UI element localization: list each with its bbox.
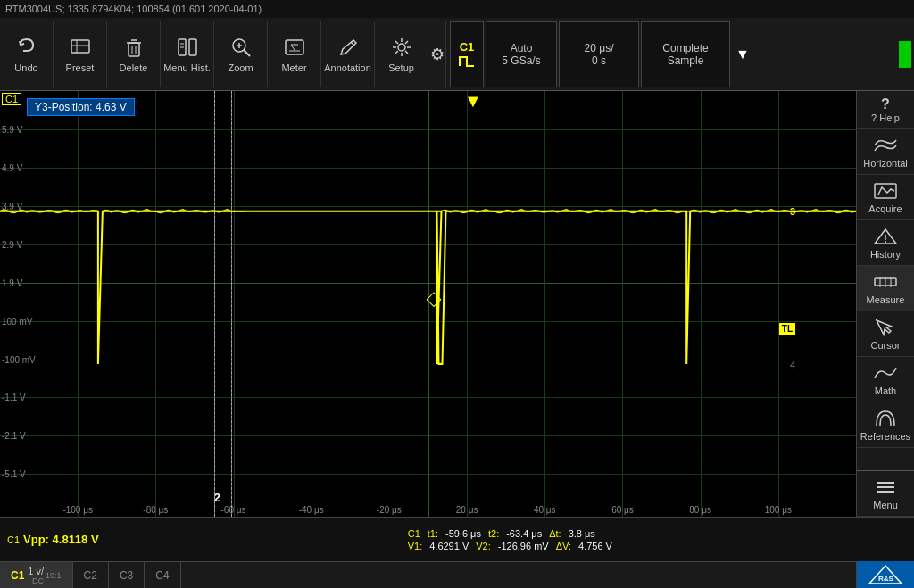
acquire-button[interactable]: Acquire [857,175,914,220]
zoom-label: Zoom [228,62,253,73]
help-button[interactable]: ? ? Help [857,91,914,129]
cursor-label: Cursor [870,340,900,351]
preset-button[interactable]: Preset [54,21,107,87]
menu-icon [873,476,898,498]
annotation-button[interactable]: Annotation [321,21,375,87]
ch1-scale-label: 1 v/ [28,566,44,576]
trigger-slope-icon [458,54,476,68]
main-content: Y3-Position: 4.63 V ▼ C1 5.9 V 4.9 V 3.9… [0,91,914,517]
v1-value: 4.6291 V [429,541,469,551]
zoom-icon [228,35,253,60]
v2-label: V2: [476,541,491,551]
extra-menu-button[interactable]: ⚙ [428,21,446,87]
svg-line-18 [351,42,354,46]
setup-button[interactable]: Setup [375,21,428,87]
cursor-time-row: C1 t1: -59.6 μs t2: -63.4 μs Δt: 3.8 μs … [408,528,612,551]
references-label: References [860,431,910,442]
help-icon: ? [881,96,890,112]
annotation-icon [336,35,361,60]
time-div-box[interactable]: 20 μs/ 0 s [559,21,639,87]
position-label: Y3-Position: 4.63 V [27,98,135,116]
references-icon [873,408,898,429]
trigger-mode: Auto [511,42,533,54]
history-button[interactable]: History [857,220,914,266]
green-status-indicator [899,41,911,68]
setup-label: Setup [388,62,414,73]
help-label: ? Help [871,112,900,123]
dropdown-arrow[interactable]: ▼ [735,21,750,87]
math-button[interactable]: Math [857,357,914,402]
cursor-t1: C1 t1: -59.6 μs t2: -63.4 μs Δt: 3.8 μs [408,528,612,539]
meter-icon [282,35,307,60]
v1-label: V1: [408,541,423,551]
ch1-ratio-label: 10:1 [46,571,62,580]
svg-text:R&S: R&S [878,575,894,583]
acq-mode: Complete [662,42,708,54]
v2-value: -126.96 mV [498,541,549,551]
delete-label: Delete [120,62,148,73]
channel-label-box[interactable]: C1 [450,21,484,87]
svg-rect-0 [71,40,89,53]
ch1-selector-label: C1 [11,569,24,582]
zoom-button[interactable]: Zoom [214,21,268,87]
horizontal-icon [871,135,900,156]
menuhist-button[interactable]: Menu Hist. [161,21,214,87]
ch2-selector[interactable]: C2 [73,562,109,588]
sample-rate: 5 GSa/s [502,54,540,67]
ch1-scale-display: 1 v/ DC [28,566,44,585]
cursor-info: C1 t1: -59.6 μs t2: -63.4 μs Δt: 3.8 μs … [113,528,907,551]
acq-mode-box[interactable]: Complete Sample [641,21,730,87]
measure-label: Measure [867,294,905,305]
cursor-button[interactable]: Cursor [857,311,914,357]
measure-button[interactable]: Measure [857,266,914,311]
title-text: RTM3004US; 1335.8794K04; 100854 (01.601 … [5,4,262,14]
svg-rect-9 [189,39,196,55]
channel-status-area: C1 Auto 5 GSa/s 20 μs/ 0 s Complete Samp… [450,21,896,87]
dt-label: Δt: [549,528,561,539]
svg-line-13 [244,50,250,56]
menuhist-icon [175,35,200,60]
ch3-selector-label: C3 [120,569,133,582]
right-sidebar: ? ? Help Horizontal Acquire History [856,91,914,517]
setup-icon [389,35,414,60]
undo-button[interactable]: Undo [0,21,54,87]
ch1-vpp: Vpp: 4.8118 V [23,533,99,546]
cursor-v: V1: 4.6291 V V2: -126.96 mV ΔV: 4.756 V [408,541,612,551]
delete-button[interactable]: Delete [107,21,161,87]
undo-icon [14,35,39,60]
math-label: Math [875,385,896,396]
preset-icon [68,35,93,60]
history-label: History [870,249,901,260]
menu-button[interactable]: Menu [857,470,914,517]
waveform-svg [0,91,856,517]
ch1-dc-label: DC [32,576,44,585]
trigger-mode-box[interactable]: Auto 5 GSa/s [486,21,557,87]
time-div: 20 μs/ [585,42,614,54]
math-icon [873,362,898,384]
cursor-icon [873,317,898,338]
undo-label: Undo [14,62,37,73]
ch1-selector[interactable]: C1 1 v/ DC 10:1 [0,562,73,588]
waveform-line [0,211,856,364]
svg-point-19 [398,44,405,51]
references-button[interactable]: References [857,402,914,448]
svg-point-23 [885,241,886,243]
bottom-ch1-label: C1 [7,534,20,545]
acquire-label: Acquire [868,203,902,214]
delete-icon [121,35,146,60]
horizontal-button[interactable]: Horizontal [857,129,914,175]
preset-label: Preset [66,62,95,73]
ch2-selector-label: C2 [84,569,97,582]
dv-value: 4.756 V [578,541,612,551]
horizontal-label: Horizontal [863,158,908,169]
oscilloscope-display[interactable]: Y3-Position: 4.63 V ▼ C1 5.9 V 4.9 V 3.9… [0,91,856,517]
svg-rect-16 [286,40,303,54]
acq-type: Sample [668,54,704,67]
rs-logo-icon: R&S [868,564,903,585]
ch3-selector[interactable]: C3 [109,562,145,588]
ch4-selector[interactable]: C4 [145,562,180,588]
t2-label: t2: [488,528,499,539]
status-indicator-area [896,21,914,87]
meter-button[interactable]: Meter [268,21,321,87]
channel-selector: C1 1 v/ DC 10:1 C2 C3 C4 R&S [0,561,914,588]
